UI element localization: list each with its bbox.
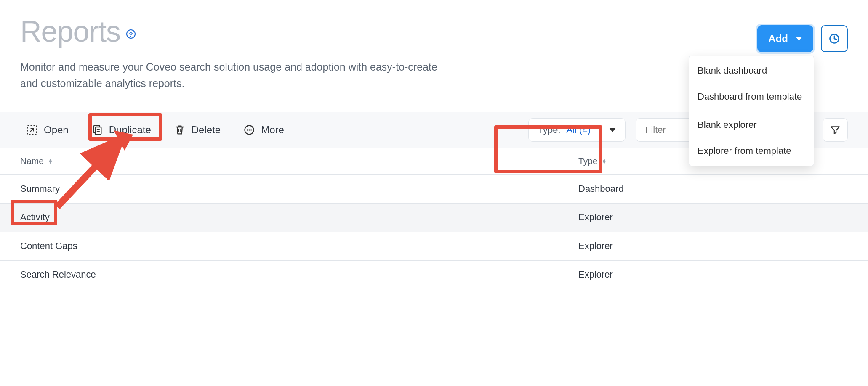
add-menu-dashboard-from-template[interactable]: Dashboard from template (689, 84, 814, 110)
toolbar-left: Open Duplicate Delete More (20, 120, 290, 140)
cell-type: Dashboard (578, 183, 848, 194)
advanced-filter-button[interactable] (823, 118, 848, 142)
reports-page: Reports ? Monitor and measure your Coveo… (0, 0, 868, 289)
trash-icon (174, 124, 186, 136)
table-row[interactable]: Summary Dashboard (0, 175, 868, 204)
column-header-name-label: Name (20, 156, 44, 166)
history-button[interactable] (821, 25, 848, 52)
cell-type: Explorer (578, 241, 848, 251)
type-filter-value: All (4) (567, 124, 591, 135)
add-menu-blank-dashboard[interactable]: Blank dashboard (689, 58, 814, 84)
svg-point-11 (247, 129, 248, 130)
column-header-name[interactable]: Name ▲▼ (20, 156, 578, 166)
duplicate-button[interactable]: Duplicate (85, 120, 157, 140)
add-button[interactable]: Add (757, 25, 813, 52)
chevron-down-icon (609, 128, 616, 132)
svg-line-2 (834, 39, 836, 40)
reports-table: Name ▲▼ Type ▲▼ Summary Dashboard Activi… (0, 148, 868, 289)
sort-icon: ▲▼ (602, 159, 607, 164)
duplicate-label: Duplicate (109, 124, 151, 136)
cell-type: Explorer (578, 212, 848, 223)
open-label: Open (44, 124, 69, 136)
sort-icon: ▲▼ (48, 159, 53, 164)
chevron-down-icon (796, 37, 802, 41)
cell-type: Explorer (578, 269, 848, 280)
more-icon (243, 124, 255, 136)
add-dropdown: Blank dashboard Dashboard from template … (689, 56, 814, 166)
page-title: Reports (20, 17, 120, 46)
title-wrap: Reports ? (20, 17, 441, 46)
menu-separator (689, 111, 814, 111)
svg-point-12 (249, 129, 250, 130)
cell-name: Content Gaps (20, 241, 578, 251)
funnel-icon (830, 124, 841, 135)
page-header: Reports ? Monitor and measure your Coveo… (20, 17, 848, 92)
duplicate-icon (91, 124, 103, 136)
help-icon[interactable]: ? (126, 29, 136, 39)
header-actions: Add Blank dashboard Dashboard from templ… (757, 25, 848, 52)
cell-name: Summary (20, 183, 578, 194)
table-row[interactable]: Activity Explorer (0, 204, 868, 232)
open-button[interactable]: Open (20, 120, 75, 140)
clock-icon (828, 33, 840, 45)
more-button[interactable]: More (237, 120, 290, 140)
delete-label: Delete (192, 124, 221, 136)
delete-button[interactable]: Delete (168, 120, 226, 140)
type-filter-label: Type: (538, 124, 561, 135)
add-menu-blank-explorer[interactable]: Blank explorer (689, 112, 814, 138)
column-header-type-label: Type (578, 156, 598, 166)
title-and-subtitle: Reports ? Monitor and measure your Coveo… (20, 17, 441, 92)
page-subtitle: Monitor and measure your Coveo search so… (20, 59, 441, 92)
cell-name: Search Relevance (20, 269, 578, 280)
table-row[interactable]: Search Relevance Explorer (0, 261, 868, 289)
add-button-label: Add (768, 33, 788, 45)
svg-point-13 (250, 129, 252, 130)
more-label: More (261, 124, 284, 136)
svg-rect-5 (95, 127, 101, 135)
open-icon (26, 124, 38, 136)
cell-name: Activity (20, 212, 578, 223)
add-menu-explorer-from-template[interactable]: Explorer from template (689, 138, 814, 164)
type-filter-dropdown[interactable]: Type: All (4) (528, 118, 626, 142)
table-row[interactable]: Content Gaps Explorer (0, 232, 868, 261)
